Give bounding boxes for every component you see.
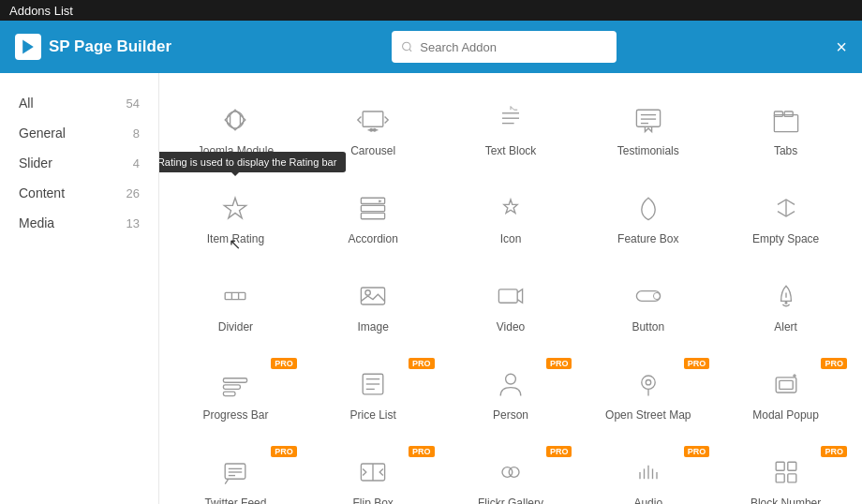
- svg-rect-16: [774, 111, 782, 116]
- sidebar-item-content[interactable]: Content 26: [0, 178, 158, 208]
- svg-point-41: [642, 376, 655, 389]
- svg-rect-35: [224, 392, 236, 396]
- progress-bar-icon: [216, 365, 254, 403]
- pro-badge: PRO: [684, 358, 710, 369]
- svg-marker-18: [225, 198, 246, 218]
- addon-flickr-gallery[interactable]: PRO Flickr Gallery: [444, 440, 578, 504]
- search-icon: [401, 40, 413, 53]
- cursor: ↖: [229, 235, 241, 253]
- svg-rect-4: [363, 111, 383, 126]
- sidebar-item-media[interactable]: Media 13: [0, 208, 158, 238]
- price-list-icon: [354, 365, 392, 403]
- addon-twitter-feed[interactable]: PRO Twitter Feed: [169, 440, 303, 504]
- svg-rect-28: [498, 289, 517, 303]
- addon-price-list-label: Price List: [350, 408, 396, 423]
- addon-flip-box-label: Flip Box: [353, 497, 394, 504]
- sidebar-item-all[interactable]: All 54: [0, 88, 158, 118]
- sp-logo-icon: [19, 37, 37, 56]
- flickr-gallery-icon: [492, 453, 529, 491]
- feature-box-icon: [630, 189, 667, 227]
- addon-accordion[interactable]: Accordion: [306, 176, 440, 260]
- addon-modal-popup[interactable]: PRO Modal Popup: [719, 352, 853, 437]
- pro-badge: PRO: [271, 358, 297, 369]
- search-box[interactable]: [392, 31, 617, 63]
- joomla-module-icon: [216, 101, 254, 139]
- modal-body: All 54 General 8 Slider 4 Content 26 Med…: [0, 73, 862, 504]
- addon-modal-popup-label: Modal Popup: [752, 408, 819, 423]
- close-button[interactable]: ×: [836, 37, 847, 56]
- sidebar-item-general[interactable]: General 8: [0, 118, 158, 148]
- twitter-feed-icon: [216, 453, 254, 491]
- svg-point-30: [653, 293, 660, 300]
- alert-icon: [767, 277, 805, 315]
- addon-text-block[interactable]: Text Block: [444, 88, 578, 172]
- addon-block-number[interactable]: PRO Block Number: [719, 440, 853, 504]
- addon-video[interactable]: Video: [444, 264, 578, 348]
- svg-rect-34: [224, 385, 241, 390]
- pro-badge: PRO: [409, 358, 435, 369]
- addon-carousel-label: Carousel: [350, 144, 395, 159]
- addon-progress-bar-label: Progress Bar: [202, 408, 268, 423]
- audio-icon: [630, 453, 667, 491]
- modal: SP Page Builder × All 54 General 8 Slide…: [0, 21, 862, 504]
- pro-badge: PRO: [409, 446, 435, 457]
- addon-empty-space-label: Empty Space: [752, 232, 819, 247]
- svg-rect-19: [362, 198, 385, 203]
- logo-area: SP Page Builder: [15, 34, 171, 60]
- search-input[interactable]: [420, 40, 606, 54]
- addon-tabs[interactable]: Tabs: [719, 88, 853, 172]
- sidebar: All 54 General 8 Slider 4 Content 26 Med…: [0, 73, 159, 504]
- image-icon: [354, 277, 392, 315]
- addon-audio-label: Audio: [633, 497, 662, 504]
- pro-badge: PRO: [821, 446, 847, 457]
- addon-audio[interactable]: PRO Audio: [581, 440, 715, 504]
- addon-accordion-label: Accordion: [349, 232, 398, 247]
- svg-point-43: [646, 380, 650, 385]
- addon-flip-box[interactable]: PRO Flip Box: [306, 440, 440, 504]
- title-bar: Addons List: [0, 0, 862, 21]
- accordion-icon: [354, 189, 392, 227]
- title-bar-text: Addons List: [9, 4, 73, 18]
- block-number-icon: [767, 453, 805, 491]
- pro-badge: PRO: [271, 446, 297, 457]
- svg-point-7: [374, 129, 377, 132]
- logo-icon: [15, 34, 41, 60]
- addon-flickr-gallery-label: Flickr Gallery: [478, 497, 543, 504]
- addon-testimonials[interactable]: Testimonials: [581, 88, 715, 172]
- addon-feature-box[interactable]: Feature Box: [581, 176, 715, 260]
- addon-alert[interactable]: Alert: [719, 264, 853, 348]
- addon-open-street-map-label: Open Street Map: [605, 408, 691, 423]
- svg-rect-17: [784, 111, 793, 116]
- svg-rect-20: [362, 206, 385, 212]
- addon-person[interactable]: PRO Person: [444, 352, 578, 437]
- tabs-icon: [767, 101, 805, 139]
- svg-rect-23: [226, 293, 246, 300]
- pro-badge: PRO: [546, 358, 572, 369]
- addon-item-rating[interactable]: Item Rating is used to display the Ratin…: [169, 176, 303, 260]
- modal-header: SP Page Builder ×: [0, 21, 862, 73]
- addon-button-label: Button: [632, 320, 664, 335]
- addon-button[interactable]: Button: [581, 264, 715, 348]
- svg-rect-45: [779, 381, 792, 390]
- addon-image[interactable]: Image: [306, 264, 440, 348]
- addon-progress-bar[interactable]: PRO Progress Bar: [169, 352, 303, 437]
- addon-tabs-label: Tabs: [774, 144, 797, 159]
- addon-testimonials-label: Testimonials: [617, 144, 679, 159]
- addon-divider[interactable]: Divider: [169, 264, 303, 348]
- svg-rect-26: [362, 288, 385, 304]
- svg-point-1: [402, 42, 409, 50]
- addon-feature-box-label: Feature Box: [617, 232, 678, 247]
- svg-line-2: [409, 49, 410, 51]
- sidebar-item-slider[interactable]: Slider 4: [0, 148, 158, 178]
- addon-block-number-label: Block Number: [751, 497, 821, 504]
- person-icon: [492, 365, 529, 403]
- addon-open-street-map[interactable]: PRO Open Street Map: [581, 352, 715, 437]
- addon-empty-space[interactable]: Empty Space: [719, 176, 853, 260]
- carousel-icon: [354, 101, 392, 139]
- svg-rect-33: [224, 378, 247, 383]
- modal-popup-icon: [767, 365, 805, 403]
- video-icon: [492, 277, 529, 315]
- addon-video-label: Video: [497, 320, 525, 335]
- addon-icon[interactable]: Icon: [444, 176, 578, 260]
- addon-price-list[interactable]: PRO Price List: [306, 352, 440, 437]
